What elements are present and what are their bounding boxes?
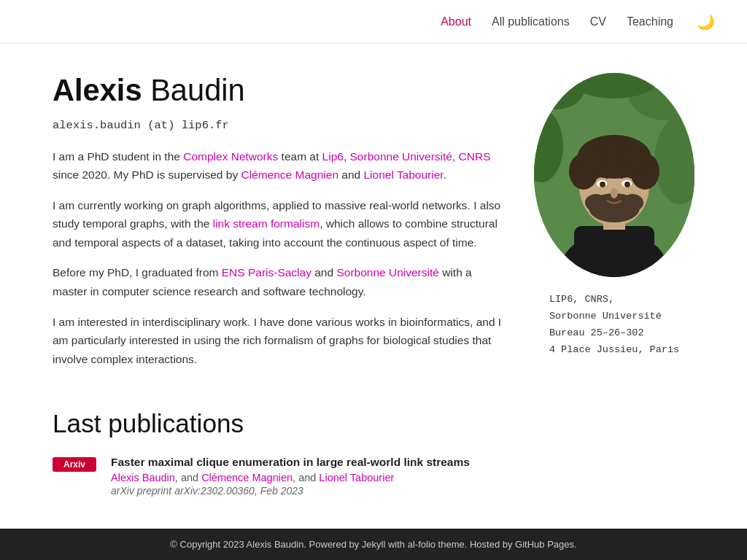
pub-badge-arxiv: Arxiv (53, 457, 96, 472)
nav-cv[interactable]: CV (590, 15, 606, 28)
bio-p2: I am currently working on graph algorith… (53, 196, 505, 252)
person-name: Alexis Baudin (53, 73, 505, 108)
svg-point-13 (578, 144, 607, 170)
bio-p4: I am interested in interdisciplinary wor… (53, 313, 505, 369)
nav-publications[interactable]: All publications (492, 15, 570, 28)
pub-author3[interactable]: Lionel Tabourier (319, 472, 394, 483)
link-complex-networks[interactable]: Complex Networks (183, 150, 278, 163)
link-clemence[interactable]: Clémence Magnien (241, 168, 338, 181)
nav-teaching[interactable]: Teaching (627, 15, 673, 28)
bio-section: Alexis Baudin alexis.baudin (at) lip6.fr… (53, 73, 505, 380)
link-lionel[interactable]: Lionel Tabourier (363, 168, 443, 181)
site-footer: © Copyright 2023 Alexis Baudin. Powered … (0, 529, 747, 558)
address-line3: Bureau 25–26–302 (549, 325, 679, 342)
top-section: Alexis Baudin alexis.baudin (at) lip6.fr… (53, 73, 694, 380)
pub-authors: Alexis Baudin, and Clémence Magnien, and… (111, 472, 694, 483)
footer-text: © Copyright 2023 Alexis Baudin. Powered … (170, 539, 576, 550)
svg-point-20 (600, 182, 605, 187)
link-link-stream[interactable]: link stream formalism (213, 217, 320, 230)
address-line2: Sorbonne Université (549, 308, 679, 325)
pub-venue: arXiv preprint arXiv:2302.00360, Feb 202… (111, 485, 694, 497)
address-block: LIP6, CNRS, Sorbonne Université Bureau 2… (549, 292, 679, 359)
profile-image (534, 73, 694, 277)
link-cnrs[interactable]: CNRS (459, 150, 491, 163)
svg-rect-7 (574, 226, 654, 277)
pub-author2[interactable]: Clémence Magnien (201, 472, 293, 483)
link-sorbonne-1[interactable]: Sorbonne Université (350, 150, 452, 163)
email-display: alexis.baudin (at) lip6.fr (53, 117, 505, 136)
dark-mode-toggle[interactable]: 🌙 (694, 10, 718, 34)
svg-point-14 (622, 144, 651, 170)
link-lip6[interactable]: Lip6 (322, 150, 344, 163)
publications-heading: Last publications (53, 409, 694, 438)
profile-column: LIP6, CNRS, Sorbonne Université Bureau 2… (534, 73, 694, 359)
address-line4: 4 Place Jussieu, Paris (549, 342, 679, 359)
main-nav: About All publications CV Teaching 🌙 (441, 10, 718, 34)
main-content: Alexis Baudin alexis.baudin (at) lip6.fr… (23, 44, 724, 558)
link-ens[interactable]: ENS Paris-Saclay (222, 266, 311, 279)
svg-point-21 (624, 182, 630, 187)
publication-item: Arxiv Faster maximal clique enumeration … (53, 456, 694, 497)
site-header: About All publications CV Teaching 🌙 (0, 0, 747, 44)
svg-point-17 (622, 194, 643, 211)
address-line1: LIP6, CNRS, (549, 292, 679, 308)
bio-p1: I am a PhD student in the Complex Networ… (53, 147, 505, 184)
nav-about[interactable]: About (441, 15, 471, 28)
pub-details: Faster maximal clique enumeration in lar… (111, 456, 694, 497)
svg-point-16 (585, 194, 607, 211)
bio-p3: Before my PhD, I graduated from ENS Pari… (53, 263, 505, 300)
svg-point-22 (611, 188, 618, 198)
link-sorbonne-2[interactable]: Sorbonne Université (336, 266, 438, 279)
pub-author1[interactable]: Alexis Baudin (111, 472, 175, 483)
pub-title: Faster maximal clique enumeration in lar… (111, 456, 694, 469)
